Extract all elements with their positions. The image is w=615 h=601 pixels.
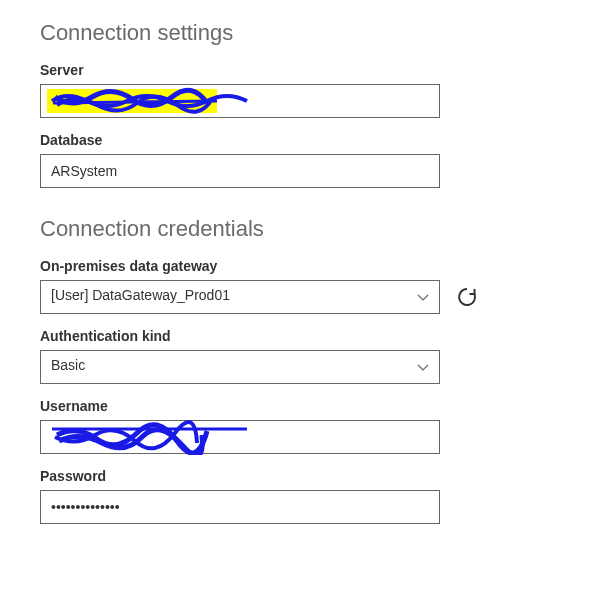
username-input[interactable]	[40, 420, 440, 454]
gateway-select[interactable]: [User] DataGateway_Prod01	[40, 280, 440, 314]
server-highlight	[47, 89, 217, 113]
gateway-label: On-premises data gateway	[40, 258, 575, 274]
scribble-redaction	[47, 417, 257, 455]
database-input[interactable]	[40, 154, 440, 188]
auth-kind-select[interactable]: Basic	[40, 350, 440, 384]
refresh-gateway-button[interactable]	[452, 282, 482, 312]
auth-kind-label: Authentication kind	[40, 328, 575, 344]
refresh-icon	[456, 286, 478, 308]
server-input[interactable]	[40, 84, 440, 118]
connection-credentials-heading: Connection credentials	[40, 216, 575, 242]
password-label: Password	[40, 468, 575, 484]
password-input[interactable]	[40, 490, 440, 524]
server-label: Server	[40, 62, 575, 78]
database-label: Database	[40, 132, 575, 148]
connection-settings-heading: Connection settings	[40, 20, 575, 46]
username-label: Username	[40, 398, 575, 414]
